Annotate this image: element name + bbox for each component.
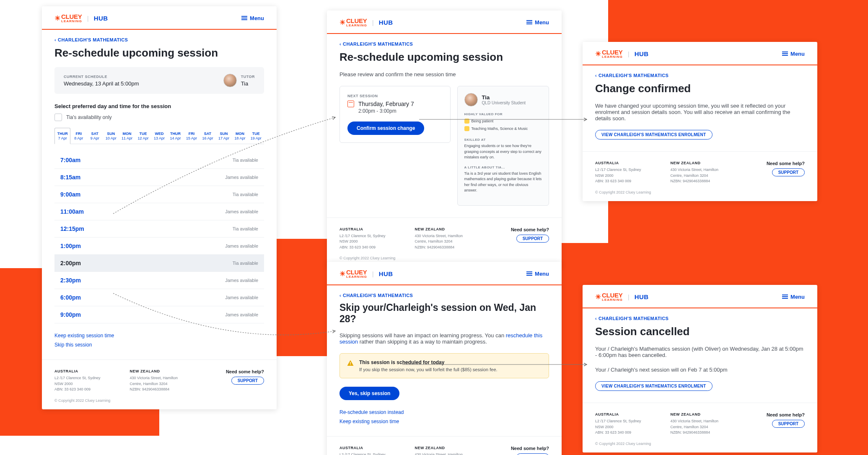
next-session-card: NEXT SESSION Thursday, February 7 2:00pm…: [339, 86, 451, 143]
page-title: Re-schedule upcoming session: [339, 51, 549, 64]
hamburger-icon: [526, 271, 532, 277]
confirm-change-button[interactable]: Confirm session change: [347, 122, 424, 135]
date-tab[interactable]: THUR14 Apr: [167, 128, 183, 144]
time-slot[interactable]: 2:30pmJames available: [54, 272, 264, 289]
date-tab[interactable]: SUN10 Apr: [103, 128, 119, 144]
chevron-left-icon: ‹: [339, 293, 341, 298]
time-slot[interactable]: 2:00pmTia available: [54, 255, 264, 272]
skip-session-link[interactable]: Skip this session: [54, 342, 264, 348]
sun-icon: ☀: [339, 18, 345, 26]
page-title: Session cancelled: [595, 325, 805, 338]
change-confirmed-panel: ☀CLUEYLEARNING |HUB Menu ‹ CHARLEIGH'S M…: [583, 42, 817, 201]
hamburger-icon: [782, 51, 788, 57]
breadcrumb[interactable]: ‹ CHARLEIGH'S MATHEMATICS: [339, 41, 549, 47]
sun-icon: ☀: [595, 293, 601, 301]
current-schedule-card: CURRENT SCHEDULE Wednesday, 13 April at …: [54, 67, 264, 94]
page-title: Change confirmed: [595, 82, 805, 95]
chevron-left-icon: ‹: [54, 37, 56, 42]
hamburger-icon: [782, 294, 788, 300]
chevron-left-icon: ‹: [595, 316, 597, 321]
time-slot[interactable]: 1:00pmJames available: [54, 238, 264, 255]
svg-rect-1: [350, 365, 351, 365]
logo[interactable]: ☀CLUEYLEARNING |HUB: [339, 17, 393, 27]
availability-checkbox-row[interactable]: Tia's availability only: [54, 114, 264, 121]
hamburger-icon: [241, 15, 247, 21]
support-button[interactable]: SUPPORT: [516, 235, 549, 243]
support-button[interactable]: SUPPORT: [516, 453, 549, 455]
menu-button[interactable]: Menu: [782, 51, 805, 57]
yes-skip-button[interactable]: Yes, skip session: [339, 387, 399, 400]
date-tabs: THUR7 AprFRI8 AprSAT9 AprSUN10 AprMON11 …: [54, 128, 264, 144]
menu-button[interactable]: Menu: [241, 15, 264, 21]
view-enrolment-button[interactable]: VIEW CHARLEIGH'S MATHEMATICS ENROLMENT: [595, 381, 713, 391]
avatar: [223, 74, 237, 87]
date-tab[interactable]: TUE19 Apr: [248, 128, 264, 144]
calendar-icon: [347, 101, 354, 107]
support-button[interactable]: SUPPORT: [772, 420, 805, 428]
support-button[interactable]: SUPPORT: [772, 168, 805, 176]
warning-box: This session is scheduled for today If y…: [339, 353, 549, 378]
menu-button[interactable]: Menu: [526, 271, 549, 277]
date-tab[interactable]: SUN17 Apr: [216, 128, 232, 144]
reschedule-picker-panel: ☀CLUEYLEARNING | HUB Menu ‹ CHARLEIGH'S …: [42, 6, 277, 409]
svg-rect-0: [350, 362, 351, 364]
warning-icon: [347, 359, 354, 367]
support-button[interactable]: SUPPORT: [231, 377, 264, 385]
date-tab[interactable]: MON11 Apr: [119, 128, 135, 144]
tutor-card: TiaQLD University Student HIGHLY VALUED …: [457, 86, 549, 206]
sun-icon: ☀: [595, 50, 601, 58]
breadcrumb[interactable]: ‹ CHARLEIGH'S MATHEMATICS: [339, 293, 549, 298]
logo[interactable]: ☀CLUEYLEARNING |HUB: [339, 269, 393, 279]
time-slot[interactable]: 9:00pmJames available: [54, 306, 264, 323]
time-slot-list: 7:00amTia available8:15amJames available…: [54, 152, 264, 323]
date-tab[interactable]: FRI8 Apr: [70, 128, 86, 144]
date-tab[interactable]: FRI15 Apr: [184, 128, 200, 144]
badge-icon: [464, 119, 469, 124]
date-tab[interactable]: WED13 Apr: [151, 128, 167, 144]
time-slot[interactable]: 12:15pmTia available: [54, 220, 264, 238]
avatar: [464, 93, 478, 106]
breadcrumb[interactable]: ‹ CHARLEIGH'S MATHEMATICS: [595, 73, 805, 78]
date-tab[interactable]: SAT16 Apr: [200, 128, 215, 144]
confirm-change-panel: ☀CLUEYLEARNING |HUB Menu ‹ CHARLEIGH'S M…: [327, 10, 562, 267]
sun-icon: ☀: [339, 270, 345, 278]
page-title: Skip your/Charleigh's session on Wed, Ja…: [339, 302, 549, 325]
logo[interactable]: ☀CLUEYLEARNING |HUB: [595, 292, 649, 302]
header: ☀CLUEYLEARNING | HUB Menu: [42, 6, 277, 30]
logo[interactable]: ☀CLUEYLEARNING |HUB: [595, 49, 649, 59]
hamburger-icon: [526, 19, 532, 25]
sun-icon: ☀: [54, 14, 60, 22]
date-tab[interactable]: THUR7 Apr: [54, 128, 70, 144]
breadcrumb[interactable]: ‹ CHARLEIGH'S MATHEMATICS: [595, 316, 805, 321]
logo[interactable]: ☀CLUEYLEARNING | HUB: [54, 13, 108, 23]
keep-time-link[interactable]: Keep existing session time: [54, 333, 264, 339]
checkbox-icon[interactable]: [54, 114, 62, 121]
page-title: Re-schedule upcoming session: [54, 47, 264, 59]
menu-button[interactable]: Menu: [782, 294, 805, 300]
chevron-left-icon: ‹: [339, 41, 341, 47]
date-tab[interactable]: TUE12 Apr: [135, 128, 151, 144]
footer: AUSTRALIAL2 /17 Clarence St, SydneyNSW 2…: [42, 359, 277, 398]
view-enrolment-button[interactable]: VIEW CHARLEIGH'S MATHEMATICS ENROLMENT: [595, 130, 713, 140]
reschedule-link[interactable]: Re-schedule session instead: [339, 409, 549, 415]
time-slot[interactable]: 9:00amTia available: [54, 186, 264, 203]
breadcrumb[interactable]: ‹ CHARLEIGH'S MATHEMATICS: [54, 37, 264, 42]
menu-button[interactable]: Menu: [526, 19, 549, 26]
date-tab[interactable]: MON18 Apr: [232, 128, 248, 144]
skip-description: Skipping sessions will have an impact on…: [339, 332, 549, 345]
time-slot[interactable]: 6:00pmJames available: [54, 289, 264, 306]
time-slot[interactable]: 7:00amTia available: [54, 152, 264, 169]
time-slot[interactable]: 8:15amJames available: [54, 169, 264, 186]
session-cancelled-panel: ☀CLUEYLEARNING |HUB Menu ‹ CHARLEIGH'S M…: [583, 285, 817, 452]
time-slot[interactable]: 11:00amJames available: [54, 203, 264, 220]
keep-time-link[interactable]: Keep existing session time: [339, 419, 549, 424]
chevron-left-icon: ‹: [595, 73, 597, 78]
date-tab[interactable]: SAT9 Apr: [87, 128, 103, 144]
skip-session-panel: ☀CLUEYLEARNING |HUB Menu ‹ CHARLEIGH'S M…: [327, 262, 562, 455]
badge-icon: [464, 126, 469, 131]
